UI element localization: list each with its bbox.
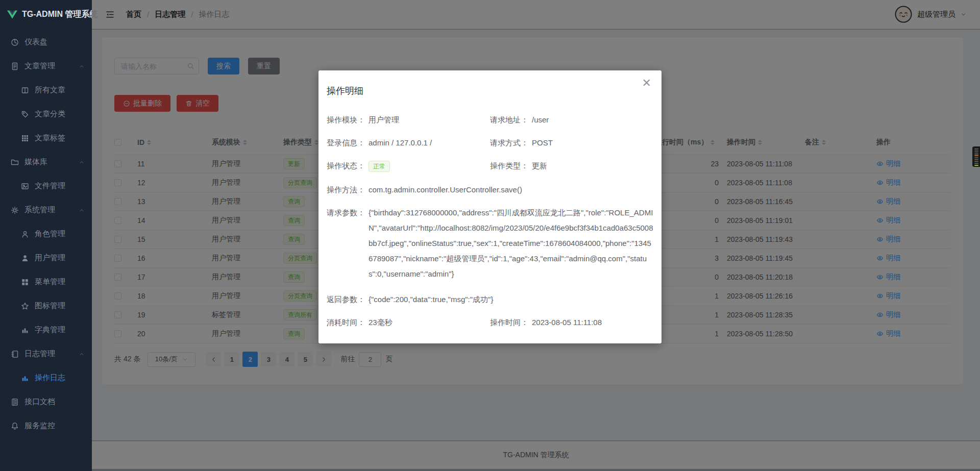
close-icon[interactable]: ✕ [642,78,651,89]
sidebar-item[interactable]: 日志管理 [0,342,92,366]
sidebar-menu: 仪表盘文章管理所有文章文章分类文章标签媒体库文件管理系统管理角色管理用户管理菜单… [0,29,92,438]
user-icon [21,254,29,262]
field-label: 操作类型： [490,160,532,171]
field-value: 2023-08-05 11:11:08 [532,317,653,328]
sidebar-item[interactable]: 图标管理 [0,294,92,318]
operation-detail-dialog: 操作明细 ✕ 操作模块：用户管理请求地址：/user登录信息：admin / 1… [318,70,662,343]
field-value: 23毫秒 [369,317,490,328]
field-value: /user [532,114,653,125]
field-value: 更新 [532,160,653,171]
detail-field: 请求方式：POST [490,137,653,148]
book-icon [21,86,29,94]
sidebar-item[interactable]: 系统管理 [0,198,92,222]
sidebar-item[interactable]: 字典管理 [0,318,92,342]
sidebar-item-label: 服务监控 [24,421,55,431]
user-outline-icon [21,230,29,238]
sidebar-item[interactable]: 用户管理 [0,246,92,270]
detail-row: 登录信息：admin / 127.0.0.1 /请求方式：POST [327,137,653,148]
minimap-line [974,159,978,160]
detail-row: 消耗时间：23毫秒操作时间：2023-08-05 11:11:08 [327,317,653,328]
field-label: 消耗时间： [327,317,369,328]
bar-chart-icon [21,374,29,382]
field-value: {"code":200,"data":true,"msg":"成功"} [369,294,653,305]
star-icon [21,302,29,310]
bar-chart-icon [21,326,29,334]
sidebar-item-label: 接口文档 [24,397,55,407]
chevron-up-icon [79,351,85,357]
sidebar-item-label: 操作日志 [35,373,65,383]
field-label: 操作状态： [327,160,369,171]
doc-icon [11,398,19,406]
sidebar-item[interactable]: 仪表盘 [0,30,92,54]
sidebar-item[interactable]: 操作日志 [0,366,92,390]
sidebar-item-label: 系统管理 [24,205,55,215]
gauge-icon [11,38,19,46]
sidebar-item-label: 所有文章 [35,85,65,95]
sidebar-item-label: 仪表盘 [24,37,47,47]
field-value: 正常 [369,160,490,172]
field-label: 返回参数： [327,294,369,305]
sidebar-item-label: 菜单管理 [35,277,65,287]
sidebar-item[interactable]: 接口文档 [0,390,92,414]
sidebar-item[interactable]: 服务监控 [0,414,92,438]
app-title: TG-ADMIN 管理系统 [22,9,97,20]
field-label: 操作时间： [490,317,532,328]
folder-icon [11,158,19,166]
detail-field: 请求地址：/user [490,114,653,125]
chevron-up-icon [79,159,85,165]
sidebar-item[interactable]: 文章分类 [0,102,92,126]
sidebar-item-label: 文章管理 [24,61,55,71]
sidebar-item-label: 文章分类 [35,109,65,119]
sidebar: TG-ADMIN 管理系统 仪表盘文章管理所有文章文章分类文章标签媒体库文件管理… [0,0,92,471]
sidebar-item[interactable]: 文件管理 [0,174,92,198]
detail-field: 操作模块：用户管理 [327,114,490,125]
sidebar-item[interactable]: 媒体库 [0,150,92,174]
status-badge: 正常 [369,161,390,172]
sidebar-item[interactable]: 所有文章 [0,78,92,102]
minimap-line [974,155,978,156]
field-label: 请求方式： [490,137,532,148]
detail-field: 请求参数：{"birthday":312768000000,"address":… [327,207,653,282]
chevron-up-icon [79,63,85,69]
detail-row: 操作状态：正常操作类型：更新 [327,160,653,172]
minimap-line [974,163,978,164]
dialog-title: 操作明细 [327,85,363,97]
sidebar-item-label: 文章标签 [35,133,65,143]
minimap-line [974,148,978,150]
sidebar-item[interactable]: 文章标签 [0,126,92,150]
minimap-line [974,157,978,158]
field-label: 请求地址： [490,114,532,125]
detail-field: 消耗时间：23毫秒 [327,317,490,328]
sidebar-item[interactable]: 角色管理 [0,222,92,246]
detail-field: 操作方法：com.tg.admin.controller.UserControl… [327,184,653,195]
detail-field: 登录信息：admin / 127.0.0.1 / [327,137,490,148]
sidebar-item-label: 用户管理 [35,253,65,263]
field-value: 用户管理 [369,114,490,125]
document-icon [11,62,19,70]
field-value: admin / 127.0.0.1 / [369,137,490,148]
minimap-widget[interactable] [972,146,980,167]
sidebar-item[interactable]: 菜单管理 [0,270,92,294]
minimap-line [974,165,978,166]
notebook-icon [11,350,19,358]
sidebar-item[interactable]: 文章管理 [0,54,92,78]
field-label: 登录信息： [327,137,369,148]
bell-icon [11,422,19,430]
sidebar-item-label: 角色管理 [35,229,65,239]
sidebar-item-label: 文件管理 [35,181,65,191]
detail-row: 返回参数：{"code":200,"data":true,"msg":"成功"} [327,294,653,305]
field-label: 操作模块： [327,114,369,125]
sidebar-item-label: 日志管理 [24,349,55,359]
chevron-up-icon [79,207,85,213]
detail-row: 操作方法：com.tg.admin.controller.UserControl… [327,184,653,195]
sidebar-item-label: 媒体库 [24,157,47,167]
grid-icon [21,134,29,142]
minimap-line [974,153,978,154]
menu-grid-icon [21,278,29,286]
sidebar-item-label: 字典管理 [35,325,65,335]
gear-icon [11,206,19,214]
detail-row: 请求参数：{"birthday":312768000000,"address":… [327,207,653,282]
detail-field: 返回参数：{"code":200,"data":true,"msg":"成功"} [327,294,653,305]
image-icon [21,182,29,190]
field-label: 操作方法： [327,184,369,195]
